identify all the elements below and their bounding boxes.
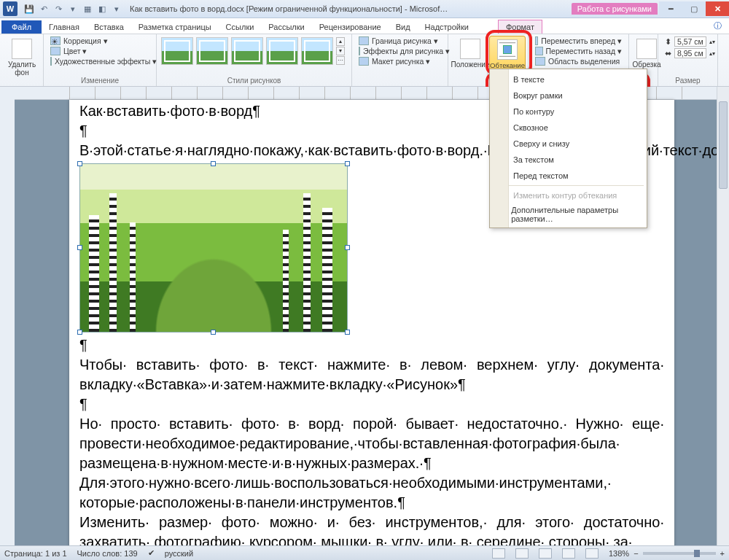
proofing-icon[interactable]: ✔ bbox=[148, 548, 155, 558]
wrap-icon bbox=[497, 39, 518, 60]
send-back-icon bbox=[535, 47, 543, 55]
qat-icon[interactable]: ◧ bbox=[96, 3, 108, 15]
picture-border-button[interactable]: Граница рисунка ▾ bbox=[356, 36, 443, 46]
wrap-front-item[interactable]: ▣Перед текстом bbox=[490, 168, 647, 184]
vertical-ruler[interactable] bbox=[0, 87, 15, 545]
tab-review[interactable]: Рецензирование bbox=[312, 20, 389, 34]
paragraph-mark: ¶ bbox=[79, 394, 664, 414]
style-thumb[interactable] bbox=[196, 37, 228, 65]
bring-forward-button[interactable]: Переместить вперед ▾ bbox=[533, 36, 624, 46]
tab-home[interactable]: Главная bbox=[42, 20, 87, 34]
edit-wrap-points-item: ✎Изменить контур обтекания bbox=[490, 187, 647, 203]
more-layout-options-item[interactable]: ⋯Дополнительные параметры разметки… bbox=[490, 203, 647, 225]
word-app-icon[interactable]: W bbox=[3, 1, 17, 16]
tab-format[interactable]: Формат bbox=[498, 20, 542, 34]
position-button[interactable]: Положение bbox=[453, 36, 488, 69]
inserted-image[interactable] bbox=[79, 163, 348, 332]
help-icon[interactable]: ⓘ bbox=[706, 18, 729, 34]
reading-view-button[interactable] bbox=[515, 548, 529, 559]
height-icon: ⬍ bbox=[665, 37, 671, 46]
resize-handle[interactable] bbox=[211, 330, 216, 335]
tab-mailings[interactable]: Рассылки bbox=[261, 20, 311, 34]
brightness-icon: ☀ bbox=[50, 36, 61, 45]
wrap-inline-item[interactable]: ▣В тексте bbox=[490, 71, 647, 88]
minimize-button[interactable]: ━ bbox=[659, 1, 682, 16]
outline-view-button[interactable] bbox=[562, 548, 575, 559]
tab-insert[interactable]: Вставка bbox=[87, 20, 131, 34]
wrap-text-dropdown: ▣В тексте ▣Вокруг рамки ▣По контуру ▣Скв… bbox=[489, 69, 647, 228]
resize-handle[interactable] bbox=[345, 330, 350, 335]
wrap-tight-item[interactable]: ▣По контуру bbox=[490, 104, 647, 120]
zoom-in-button[interactable]: + bbox=[720, 549, 725, 558]
redo-icon[interactable]: ↷ bbox=[52, 3, 64, 15]
art-icon bbox=[50, 57, 52, 66]
tab-addins[interactable]: Надстройки bbox=[418, 20, 476, 34]
remove-background-button[interactable]: Удалить фон bbox=[4, 36, 39, 77]
height-field[interactable]: ⬍5,57 см▴▾ bbox=[663, 36, 713, 47]
send-backward-button[interactable]: Переместить назад ▾ bbox=[533, 46, 624, 56]
wrap-behind-item[interactable]: ▣За текстом bbox=[490, 152, 647, 168]
color-button[interactable]: Цвет ▾ bbox=[48, 46, 152, 56]
contextual-tab-label: Работа с рисунками bbox=[572, 3, 658, 15]
svg-rect-0 bbox=[503, 45, 511, 53]
undo-icon[interactable]: ↶ bbox=[38, 3, 50, 15]
qat-icon[interactable]: ▾ bbox=[111, 3, 122, 15]
page-indicator[interactable]: Страница: 1 из 1 bbox=[4, 549, 67, 558]
wrap-topbottom-item[interactable]: ▣Сверху и снизу bbox=[490, 136, 647, 152]
print-layout-view-button[interactable] bbox=[492, 548, 505, 559]
vertical-scrollbar[interactable] bbox=[717, 87, 729, 545]
close-button[interactable]: ✕ bbox=[706, 1, 729, 16]
tab-page-layout[interactable]: Разметка страницы bbox=[131, 20, 219, 34]
crop-icon bbox=[636, 39, 657, 59]
resize-handle[interactable] bbox=[77, 161, 82, 166]
remove-bg-icon bbox=[12, 39, 32, 59]
bring-fwd-icon bbox=[535, 36, 538, 45]
tab-references[interactable]: Ссылки bbox=[219, 20, 262, 34]
crop-button[interactable]: Обрезка bbox=[634, 36, 660, 69]
zoom-out-button[interactable]: − bbox=[634, 549, 638, 558]
gallery-more-icon[interactable]: ⋯ bbox=[336, 56, 345, 65]
draft-view-button[interactable] bbox=[585, 548, 599, 559]
word-count[interactable]: Число слов: 139 bbox=[77, 549, 138, 558]
wrap-square-item[interactable]: ▣Вокруг рамки bbox=[490, 88, 647, 104]
tab-view[interactable]: Вид bbox=[389, 20, 418, 34]
style-thumb[interactable] bbox=[266, 37, 298, 65]
group-label: Стили рисунков bbox=[157, 77, 351, 85]
picture-styles-gallery[interactable]: ▴ ▾ ⋯ bbox=[161, 36, 347, 65]
qat-icon[interactable]: ▦ bbox=[82, 3, 93, 15]
wrap-through-item[interactable]: ▣Сквозное bbox=[490, 120, 647, 136]
web-layout-view-button[interactable] bbox=[539, 548, 552, 559]
artistic-effects-button[interactable]: Художественные эффекты ▾ bbox=[48, 56, 152, 66]
border-icon bbox=[359, 36, 369, 45]
document-title: Как вставить фото в ворд.docx [Режим огр… bbox=[122, 4, 572, 13]
file-tab[interactable]: Файл bbox=[1, 20, 42, 34]
gallery-up-icon[interactable]: ▴ bbox=[336, 37, 345, 46]
resize-handle[interactable] bbox=[345, 245, 350, 250]
scrollbar-thumb[interactable] bbox=[719, 101, 728, 189]
qat-more-icon[interactable]: ▾ bbox=[67, 3, 79, 15]
doc-paragraph: Изменить· размер· фото· можно· и· без· и… bbox=[79, 513, 664, 545]
maximize-button[interactable]: ▢ bbox=[682, 1, 706, 16]
picture-layout-button[interactable]: Макет рисунка ▾ bbox=[356, 56, 443, 66]
gallery-down-icon[interactable]: ▾ bbox=[336, 47, 345, 55]
style-thumb[interactable] bbox=[231, 37, 263, 65]
paragraph-mark: ¶ bbox=[79, 335, 664, 355]
picture-effects-button[interactable]: Эффекты для рисунка ▾ bbox=[356, 46, 443, 56]
resize-handle[interactable] bbox=[77, 245, 82, 250]
group-label: Изменение bbox=[44, 77, 156, 85]
doc-paragraph: Для·этого·нужно·всего·лишь·воспользовать… bbox=[79, 473, 664, 513]
language-indicator[interactable]: русский bbox=[165, 549, 193, 558]
resize-handle[interactable] bbox=[345, 161, 350, 166]
resize-handle[interactable] bbox=[77, 330, 82, 335]
width-field[interactable]: ⬌8,95 см▴▾ bbox=[663, 47, 713, 59]
style-thumb[interactable] bbox=[301, 37, 333, 65]
resize-handle[interactable] bbox=[211, 161, 216, 166]
corrections-button[interactable]: ☀Коррекция ▾ bbox=[48, 36, 152, 46]
window-controls: ━ ▢ ✕ bbox=[659, 1, 729, 16]
save-icon[interactable]: 💾 bbox=[23, 3, 35, 15]
selection-pane-button[interactable]: Область выделения bbox=[533, 56, 624, 66]
doc-paragraph: Но· просто· вставить· фото· в· ворд· пор… bbox=[79, 414, 664, 473]
zoom-slider[interactable] bbox=[643, 552, 716, 555]
style-thumb[interactable] bbox=[161, 37, 193, 65]
zoom-level[interactable]: 138% bbox=[609, 549, 629, 558]
